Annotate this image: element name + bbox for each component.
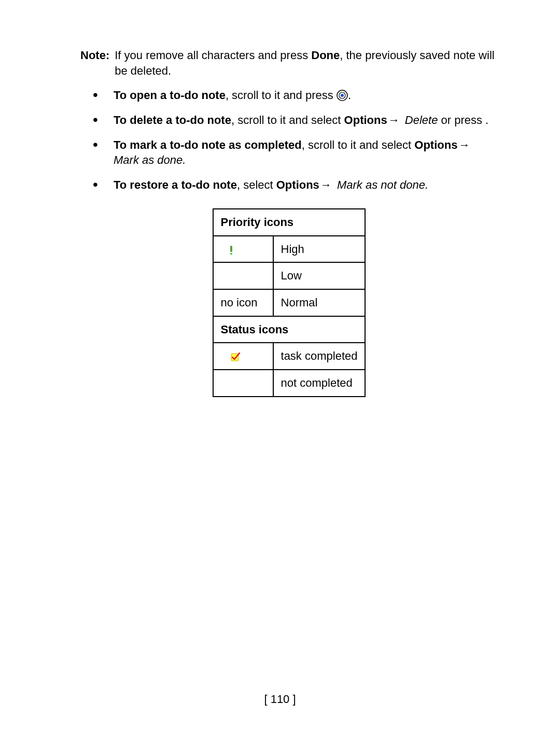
icon-table: Priority icons High Low bbox=[213, 208, 366, 397]
table-row: not completed bbox=[213, 370, 366, 397]
priority-low-icon-cell bbox=[213, 262, 273, 289]
bullet-restore-options: Options bbox=[276, 178, 319, 191]
table-row: no icon Normal bbox=[213, 289, 366, 316]
priority-low-label: Low bbox=[273, 262, 366, 289]
bullet-delete-action: Delete bbox=[402, 114, 438, 126]
bullet-open-period: . bbox=[348, 89, 351, 102]
table-row: task completed bbox=[213, 343, 366, 370]
bullet-delete-rest1: , scroll to it and select bbox=[231, 114, 344, 126]
priority-icons-header: Priority icons bbox=[213, 209, 366, 236]
bullet-mark-options: Options bbox=[414, 138, 457, 151]
svg-rect-4 bbox=[230, 253, 232, 255]
svg-rect-5 bbox=[230, 246, 231, 251]
table-row: High bbox=[213, 236, 366, 263]
arrow-icon: → bbox=[457, 138, 472, 151]
note-done-word: Done bbox=[311, 49, 340, 62]
status-completed-icon-cell bbox=[213, 343, 273, 370]
bullet-list: To open a to-do note, scroll to it and p… bbox=[80, 88, 498, 192]
bullet-delete-options: Options bbox=[344, 114, 387, 126]
priority-high-icon bbox=[221, 243, 236, 256]
priority-high-label: High bbox=[273, 236, 366, 263]
bullet-restore-action: Mark as not done. bbox=[334, 178, 428, 191]
bullet-mark: To mark a to-do note as completed, scrol… bbox=[93, 137, 498, 168]
svg-point-2 bbox=[341, 94, 344, 97]
arrow-icon: → bbox=[319, 178, 334, 191]
bullet-delete-bold: To delete a to-do note bbox=[114, 114, 231, 126]
page-content: Note: If you remove all characters and p… bbox=[0, 0, 560, 732]
bullet-delete-rest2: or press . bbox=[438, 114, 488, 126]
bullet-delete: To delete a to-do note, scroll to it and… bbox=[93, 112, 498, 128]
bullet-restore: To restore a to-do note, select Options→… bbox=[93, 177, 498, 193]
bullet-restore-rest1: , select bbox=[237, 178, 276, 191]
page-number: [ 110 ] bbox=[0, 692, 560, 707]
table-row: Status icons bbox=[213, 316, 366, 343]
joystick-icon bbox=[337, 90, 348, 101]
priority-low-icon bbox=[221, 269, 236, 282]
note-label: Note: bbox=[80, 48, 115, 78]
table-row: Low bbox=[213, 262, 366, 289]
table-row: Priority icons bbox=[213, 209, 366, 236]
priority-normal-label: Normal bbox=[273, 289, 366, 316]
bullet-open: To open a to-do note, scroll to it and p… bbox=[93, 88, 498, 103]
status-icons-header: Status icons bbox=[213, 316, 366, 343]
bullet-restore-bold: To restore a to-do note bbox=[114, 178, 237, 191]
bullet-mark-action: Mark as done. bbox=[114, 153, 186, 166]
bullet-mark-bold: To mark a to-do note as completed bbox=[114, 138, 302, 151]
status-completed-label: task completed bbox=[273, 343, 366, 370]
arrow-icon: → bbox=[387, 114, 402, 126]
note-block: Note: If you remove all characters and p… bbox=[80, 48, 498, 78]
note-text-before: If you remove all characters and press bbox=[115, 49, 311, 62]
bullet-open-bold: To open a to-do note bbox=[114, 89, 226, 102]
note-text: If you remove all characters and press D… bbox=[115, 48, 498, 78]
status-not-completed-label: not completed bbox=[273, 370, 366, 397]
task-completed-icon bbox=[221, 349, 241, 362]
bullet-open-rest: , scroll to it and press bbox=[226, 89, 337, 102]
status-not-completed-icon-cell bbox=[213, 370, 273, 397]
priority-high-icon-cell bbox=[213, 236, 273, 263]
priority-normal-icon-cell: no icon bbox=[213, 289, 273, 316]
bullet-mark-rest1: , scroll to it and select bbox=[302, 138, 415, 151]
